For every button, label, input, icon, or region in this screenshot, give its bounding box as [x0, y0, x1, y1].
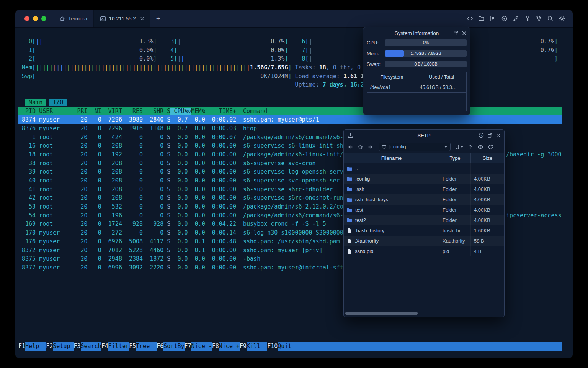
horizontal-scrollbar[interactable] — [345, 312, 503, 315]
sftp-titlebar: SFTP ? — [344, 130, 504, 141]
home-icon[interactable] — [358, 144, 363, 150]
close-tab-icon[interactable] — [140, 17, 144, 20]
sftp-row-.config[interactable]: .configFolder4.00KB — [344, 174, 504, 184]
process-row-selected[interactable]: 8374 myuser 20 0 7296 3980 2840 S 0.7 0.… — [18, 115, 562, 124]
tab-host-10-211-55-2[interactable]: 10.211.55.2 — [94, 10, 150, 27]
system-information-titlebar: System information — [363, 27, 470, 39]
size-column-header[interactable]: Size — [471, 153, 504, 163]
file-size: 4.00KB — [471, 194, 504, 205]
key-icon[interactable] — [524, 15, 531, 22]
sftp-row-ssh_host_keys[interactable]: ssh_host_keysFolder4.00KB — [344, 194, 504, 205]
sftp-row-test2[interactable]: test2Folder4.00KB — [344, 215, 504, 225]
process-table-header[interactable]: PID USER PRI NI VIRT RES SHR S CPU%▽MEM%… — [18, 107, 562, 116]
open-in-window-icon[interactable] — [487, 133, 493, 138]
record-icon[interactable] — [501, 15, 508, 22]
sftp-row-test[interactable]: testFolder4.00KB — [344, 205, 504, 215]
command-overflow-text: /basedir -g 3000 — [506, 150, 562, 159]
tab-label: Termora — [68, 16, 87, 21]
new-tab-button[interactable]: + — [150, 10, 166, 27]
tab-termora[interactable]: Termora — [53, 10, 94, 27]
fnkey-nice[interactable]: Nice - — [191, 342, 212, 351]
caret-down-icon[interactable] — [444, 146, 448, 148]
fnkey-tree[interactable]: Tree — [136, 342, 157, 351]
fnkey-help[interactable]: Help — [25, 342, 46, 351]
folder-icon — [346, 217, 353, 223]
fnkey-kill[interactable]: Kill — [247, 342, 267, 351]
fnkey-sortby[interactable]: SortBy — [163, 342, 184, 351]
path-segment-config[interactable]: config — [393, 144, 442, 150]
open-in-window-icon[interactable] — [453, 30, 459, 36]
swap-meter-row: Swp[ 0K/1024M] Load average: 1.61 1 — [18, 72, 562, 81]
file-name: test2 — [355, 217, 366, 223]
fn-key-number: F1 — [18, 342, 25, 351]
file-type: Xauthority — [439, 236, 471, 246]
fnkey-search[interactable]: Search — [81, 342, 101, 351]
fnkey-quit[interactable]: Quit — [278, 342, 298, 351]
zoom-window-button[interactable] — [41, 16, 46, 21]
htop-tab-main[interactable]: Main — [25, 99, 46, 106]
file-name: sshd.pid — [355, 248, 373, 254]
cpu-label: CPU: — [367, 40, 385, 46]
cpu-meter-row: 2[ 0.0%] 5[|| 1.3%] 8[| ] — [18, 54, 562, 63]
file-name: .. — [355, 166, 358, 171]
tab-label: 10.211.55.2 — [109, 16, 136, 21]
close-window-button[interactable] — [24, 16, 29, 21]
git-branch-icon[interactable] — [536, 15, 542, 22]
sorted-column-cpu[interactable]: CPU%▽ — [170, 108, 191, 115]
bookmark-menu[interactable] — [455, 144, 463, 150]
fnkey-filter[interactable]: Filter — [108, 342, 129, 351]
search-icon[interactable] — [547, 15, 554, 22]
file-type — [439, 163, 471, 174]
show-hidden-eye-icon[interactable] — [477, 144, 483, 150]
fn-key-number: F9 — [240, 342, 247, 351]
cpu-usage-row: CPU: 0% — [367, 39, 467, 46]
type-column-header[interactable]: Type — [439, 153, 471, 163]
sftp-row-.ssh[interactable]: .sshFolder4.00KB — [344, 184, 504, 194]
parent-directory-icon[interactable] — [467, 144, 473, 150]
pencil-icon[interactable] — [513, 15, 519, 22]
close-icon[interactable] — [496, 133, 500, 138]
file-name: .Xauthority — [355, 238, 379, 244]
folder-icon[interactable] — [478, 15, 485, 22]
fnkey-setup[interactable]: Setup — [53, 342, 74, 351]
chevron-right-icon — [389, 145, 391, 149]
file-name: ssh_host_keys — [355, 197, 388, 202]
help-icon[interactable]: ? — [479, 133, 484, 138]
sftp-row-.Xauthority[interactable]: .XauthorityXauthority58 B — [344, 236, 504, 246]
fn-key-number: F2 — [46, 342, 53, 351]
termora-window: Termora 10.211.55.2 + 0[|| — [15, 10, 573, 358]
traffic-lights — [15, 10, 53, 27]
file-size: 4.00KB — [471, 215, 504, 225]
used-total-column-header: Used / Total — [417, 72, 467, 82]
cpu-usage-value: 0% — [385, 39, 467, 46]
fnkey-nice[interactable]: Nice + — [219, 342, 240, 351]
folder-icon — [346, 186, 353, 192]
path-breadcrumb[interactable]: config — [379, 143, 451, 151]
fn-key-number: F10 — [267, 342, 278, 351]
sftp-row-..[interactable]: .. — [344, 163, 504, 174]
close-icon[interactable] — [462, 30, 466, 36]
filesystem-name: /dev/vda1 — [367, 82, 417, 92]
file-type: Folder — [439, 174, 471, 184]
refresh-icon[interactable] — [488, 144, 493, 150]
sftp-window: SFTP ? config — [343, 129, 505, 317]
file-size: 1.60KB — [471, 225, 504, 236]
htop-tab-io[interactable]: I/O — [49, 99, 67, 106]
log-file-icon[interactable] — [490, 15, 496, 22]
file-size: 4.00KB — [471, 205, 504, 215]
memory-meter-row: Mem[||||||||||||||||||||||||||||||||||||… — [18, 63, 562, 72]
back-icon[interactable] — [348, 144, 353, 150]
scrollbar-thumb[interactable] — [345, 312, 418, 315]
file-size: 4.00KB — [471, 174, 504, 184]
transfers-download-icon[interactable] — [348, 133, 353, 138]
titlebar-toolbar — [467, 10, 573, 27]
code-icon[interactable] — [467, 15, 473, 22]
sftp-row-sshd.pid[interactable]: sshd.pidpid4 B — [344, 246, 504, 256]
settings-icon[interactable] — [559, 15, 565, 22]
minimize-window-button[interactable] — [33, 16, 38, 21]
filename-column-header[interactable]: Filename — [344, 153, 439, 163]
sftp-row-.bash_history[interactable]: .bash_historybash_hi…1.60KB — [344, 225, 504, 236]
filesystem-row[interactable]: /dev/vda1 45.61GB / 58.3… — [367, 82, 466, 93]
cpu-meter-row: 1[ 0.0%] 4[ 0.0%] 7[| 0.7%] — [18, 46, 562, 55]
forward-icon[interactable] — [368, 144, 373, 150]
